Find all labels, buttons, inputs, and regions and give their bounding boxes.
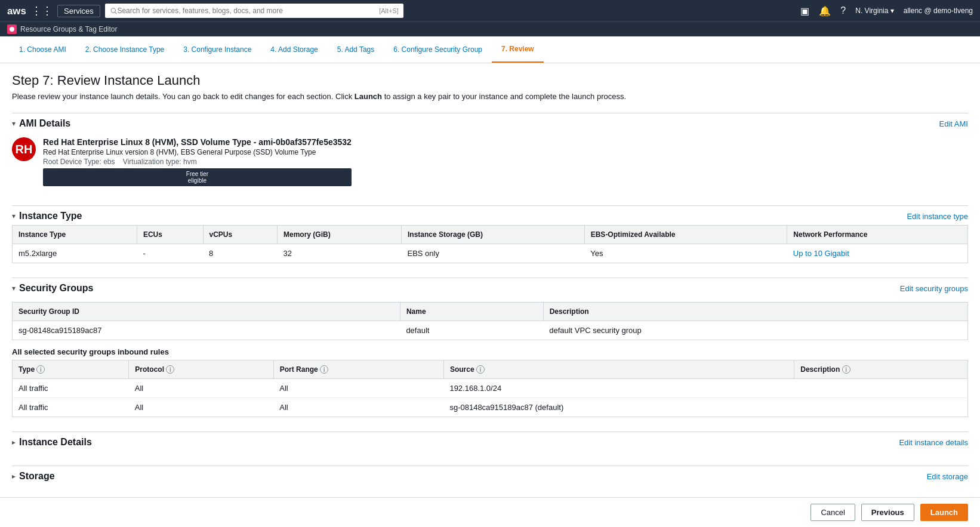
region-selector[interactable]: N. Virginia ▾	[855, 7, 893, 15]
col-ebs-optimized: EBS-Optimized Available	[584, 226, 787, 244]
col-sg-description: Description	[543, 303, 967, 321]
edit-storage-button[interactable]: Edit storage	[927, 472, 968, 481]
instance-details-section: ▸ Instance Details Edit instance details	[12, 432, 968, 451]
instance-details-chevron-icon[interactable]: ▸	[12, 438, 16, 446]
top-navigation: aws ⋮⋮ Services [Alt+S] ▣ 🔔 ? N. Virgini…	[0, 0, 980, 21]
aws-logo[interactable]: aws	[7, 5, 26, 17]
col-sg-id: Security Group ID	[13, 303, 400, 321]
cell-description-1	[794, 379, 968, 398]
ami-details-content: RH Red Hat Enterprise Linux 8 (HVM), SSD…	[12, 132, 968, 191]
table-row: All traffic All All 192.168.1.0/24	[13, 379, 968, 398]
search-shortcut: [Alt+S]	[379, 7, 399, 14]
instance-details-section-title: Instance Details	[19, 437, 92, 448]
col-port-range: Port Range i	[273, 360, 443, 379]
ami-info: Red Hat Enterprise Linux 8 (HVM), SSD Vo…	[43, 137, 352, 186]
col-vcpus: vCPUs	[203, 226, 278, 244]
col-description: Description i	[794, 360, 968, 379]
cell-port-range-1: All	[273, 379, 443, 398]
cancel-button[interactable]: Cancel	[810, 504, 855, 521]
bell-icon[interactable]: 🔔	[819, 5, 831, 17]
instance-details-header: ▸ Instance Details Edit instance details	[12, 432, 968, 451]
port-range-info-icon[interactable]: i	[320, 365, 328, 374]
previous-button[interactable]: Previous	[861, 504, 914, 521]
resource-label: Resource Groups & Tag Editor	[20, 25, 118, 33]
edit-instance-type-button[interactable]: Edit instance type	[907, 212, 968, 221]
ami-chevron-icon[interactable]: ▾	[12, 119, 16, 128]
source-info-icon[interactable]: i	[476, 365, 485, 374]
ami-details-header: ▾ AMI Details Edit AMI	[12, 113, 968, 132]
security-groups-title-row: ▾ Security Groups	[12, 283, 93, 294]
security-groups-chevron-icon[interactable]: ▾	[12, 284, 16, 292]
launch-button[interactable]: Launch	[920, 504, 968, 521]
storage-title-row: ▸ Storage	[12, 471, 55, 482]
step-configure-security-group[interactable]: 6. Configure Security Group	[384, 37, 492, 62]
page-description: Please review your instance launch detai…	[12, 92, 968, 101]
protocol-info-icon[interactable]: i	[166, 365, 174, 374]
ami-description: Red Hat Enterprise Linux version 8 (HVM)…	[43, 148, 352, 156]
steps-bar: 1. Choose AMI 2. Choose Instance Type 3.…	[0, 36, 980, 63]
ami-logo-icon: RH	[12, 137, 36, 161]
storage-section: ▸ Storage Edit storage	[12, 466, 968, 485]
table-row: m5.2xlarge - 8 32 EBS only Yes Up to 10 …	[13, 244, 968, 263]
security-groups-header: ▾ Security Groups Edit security groups	[12, 278, 968, 297]
col-instance-storage: Instance Storage (GB)	[401, 226, 584, 244]
cell-source-1: 192.168.1.0/24	[443, 379, 794, 398]
ami-section-title: AMI Details	[19, 118, 70, 129]
cell-source-2: sg-08148ca915189ac87 (default)	[443, 398, 794, 417]
ami-details-section: ▾ AMI Details Edit AMI RH Red Hat Enterp…	[12, 113, 968, 191]
col-protocol: Protocol i	[129, 360, 273, 379]
step-review[interactable]: 7. Review	[492, 36, 544, 63]
description-info-icon[interactable]: i	[842, 365, 850, 374]
table-row: sg-08148ca915189ac87 default default VPC…	[13, 321, 968, 340]
search-icon	[110, 7, 118, 15]
cell-type-1: All traffic	[13, 379, 129, 398]
step-choose-ami[interactable]: 1. Choose AMI	[10, 37, 76, 62]
storage-chevron-icon[interactable]: ▸	[12, 472, 16, 480]
edit-security-groups-button[interactable]: Edit security groups	[900, 284, 968, 293]
free-tier-badge: Free tier eligible	[43, 168, 352, 186]
edit-ami-button[interactable]: Edit AMI	[939, 119, 968, 128]
cell-protocol-1: All	[129, 379, 273, 398]
col-instance-type: Instance Type	[13, 226, 137, 244]
table-row: All traffic All All sg-08148ca915189ac87…	[13, 398, 968, 417]
cell-sg-id: sg-08148ca915189ac87	[13, 321, 400, 340]
cell-sg-description: default VPC security group	[543, 321, 967, 340]
svg-text:RH: RH	[16, 143, 33, 156]
instance-type-table: Instance Type ECUs vCPUs Memory (GiB) In…	[12, 225, 968, 263]
search-input[interactable]	[117, 7, 377, 15]
step-add-tags[interactable]: 5. Add Tags	[328, 37, 384, 62]
resource-icon	[7, 24, 17, 34]
cell-network: Up to 10 Gigabit	[787, 244, 968, 263]
security-groups-section-title: Security Groups	[19, 283, 93, 294]
main-content: Step 7: Review Instance Launch Please re…	[0, 63, 980, 527]
footer: Cancel Previous Launch	[0, 497, 980, 527]
edit-instance-details-button[interactable]: Edit instance details	[899, 438, 968, 447]
search-bar[interactable]: [Alt+S]	[105, 4, 403, 18]
storage-header: ▸ Storage Edit storage	[12, 466, 968, 485]
col-type: Type i	[13, 360, 129, 379]
cell-port-range-2: All	[273, 398, 443, 417]
step-configure-instance[interactable]: 3. Configure Instance	[174, 37, 261, 62]
cell-type-2: All traffic	[13, 398, 129, 417]
ami-meta: Root Device Type: ebs Virtualization typ…	[43, 158, 352, 166]
svg-point-1	[111, 8, 115, 13]
cell-sg-name: default	[400, 321, 543, 340]
col-memory: Memory (GiB)	[278, 226, 402, 244]
step-choose-instance-type[interactable]: 2. Choose Instance Type	[76, 37, 174, 62]
col-ecus: ECUs	[137, 226, 203, 244]
instance-type-chevron-icon[interactable]: ▾	[12, 212, 16, 220]
grid-icon[interactable]: ⋮⋮	[31, 4, 53, 17]
help-icon[interactable]: ?	[840, 5, 846, 16]
screen-icon[interactable]: ▣	[800, 5, 809, 17]
col-source: Source i	[443, 360, 794, 379]
step-add-storage[interactable]: 4. Add Storage	[261, 37, 327, 62]
services-button[interactable]: Services	[57, 5, 100, 17]
storage-section-title: Storage	[19, 471, 55, 482]
type-info-icon[interactable]: i	[36, 365, 45, 374]
instance-type-section: ▾ Instance Type Edit instance type Insta…	[12, 205, 968, 263]
cell-ecus: -	[137, 244, 203, 263]
ami-title-row: ▾ AMI Details	[12, 118, 70, 129]
cell-memory: 32	[278, 244, 402, 263]
svg-line-2	[115, 12, 116, 14]
user-menu[interactable]: allenc @ demo-tlveng	[904, 7, 973, 15]
